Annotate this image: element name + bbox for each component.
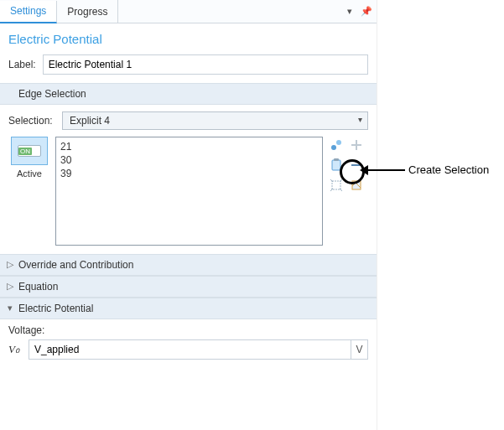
svg-point-0 (331, 145, 336, 150)
selection-list[interactable]: 21 30 39 (55, 137, 323, 246)
selection-tools (328, 137, 368, 246)
create-selection-icon (330, 138, 343, 152)
svg-rect-4 (332, 160, 340, 170)
list-item[interactable]: 21 (60, 140, 318, 153)
voltage-unit: V (351, 339, 368, 360)
voltage-input[interactable] (29, 339, 351, 360)
selection-dropdown[interactable]: Explicit 4 (62, 111, 368, 130)
clear-button[interactable] (348, 177, 365, 194)
section-edge-selection: Edge Selection (0, 83, 377, 105)
zoom-button[interactable] (328, 177, 345, 194)
paste-button[interactable] (328, 157, 345, 174)
add-button[interactable] (348, 137, 365, 153)
voltage-caption: Voltage: (8, 324, 44, 336)
create-selection-button[interactable] (328, 137, 345, 153)
active-toggle[interactable]: ON (11, 137, 48, 165)
tab-bar: Settings Progress ▾ 📌 (0, 0, 377, 23)
chevron-down-icon: ▾ (5, 303, 15, 313)
section-equation-label: Equation (18, 281, 58, 293)
remove-button[interactable] (348, 157, 365, 174)
list-item[interactable]: 39 (60, 167, 318, 180)
voltage-symbol: V₀ (8, 343, 23, 356)
chevron-right-icon: ▷ (5, 281, 15, 292)
add-icon (351, 139, 362, 151)
section-override-label: Override and Contribution (18, 259, 133, 271)
svg-rect-5 (334, 158, 339, 161)
paste-icon (330, 158, 342, 172)
list-item[interactable]: 30 (60, 153, 318, 167)
label-caption: Label: (8, 59, 36, 70)
pin-icon[interactable]: 📌 (356, 6, 377, 17)
clear-icon (350, 179, 363, 192)
svg-rect-7 (332, 181, 340, 189)
annotation-label: Create Selection (408, 163, 489, 176)
section-edge-label: Edge Selection (18, 88, 86, 100)
section-electric-potential[interactable]: ▾ Electric Potential (0, 298, 377, 319)
tab-progress[interactable]: Progress (57, 0, 118, 23)
svg-rect-6 (351, 164, 361, 166)
svg-rect-3 (351, 144, 361, 146)
svg-point-1 (336, 140, 341, 145)
tab-settings[interactable]: Settings (0, 1, 57, 23)
active-label: Active (17, 168, 42, 179)
chevron-right-icon: ▷ (5, 259, 15, 270)
selection-value: Explicit 4 (70, 115, 110, 127)
selection-caption: Selection: (8, 115, 57, 127)
section-override[interactable]: ▷ Override and Contribution (0, 254, 377, 276)
remove-icon (351, 159, 362, 171)
menu-dropdown-icon[interactable]: ▾ (343, 6, 356, 17)
section-potential-label: Electric Potential (18, 303, 93, 314)
zoom-to-selection-icon (330, 179, 343, 192)
section-equation[interactable]: ▷ Equation (0, 276, 377, 298)
on-badge: ON (18, 148, 32, 155)
label-input[interactable] (43, 54, 368, 75)
settings-panel: Settings Progress ▾ 📌 Electric Potential… (0, 0, 377, 430)
page-title: Electric Potential (0, 23, 377, 51)
